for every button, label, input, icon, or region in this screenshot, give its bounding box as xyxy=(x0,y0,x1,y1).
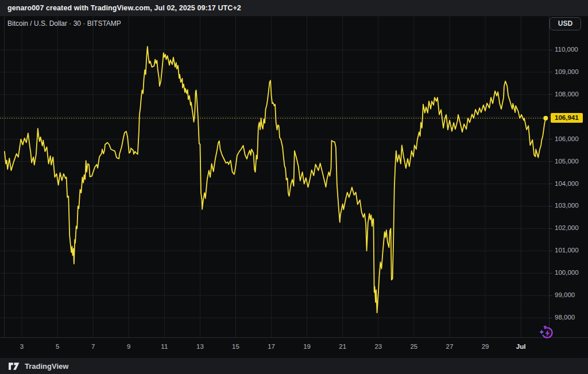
price-axis-tick xyxy=(550,72,552,72)
price-axis-tick xyxy=(550,161,552,162)
time-axis-label: Jul xyxy=(516,343,526,350)
footer-bar: TradingView xyxy=(0,358,588,374)
price-axis-label: 109,000 xyxy=(555,68,579,75)
currency-usd-button[interactable]: USD xyxy=(550,17,581,30)
footer-brand-text[interactable]: TradingView xyxy=(25,362,68,371)
price-axis-label: 98,000 xyxy=(555,314,575,321)
price-axis-tick xyxy=(550,206,552,207)
price-axis-label: 105,000 xyxy=(555,158,579,165)
price-scale[interactable]: 106,941 110,000109,000108,000107,000106,… xyxy=(549,16,588,337)
price-axis-label: 99,000 xyxy=(555,291,575,298)
price-axis-label: 108,000 xyxy=(555,91,579,98)
time-axis-label: 13 xyxy=(196,343,204,350)
price-axis-label: 103,000 xyxy=(555,202,579,209)
current-price-label: 106,941 xyxy=(551,113,583,123)
time-axis-label: 21 xyxy=(339,343,346,350)
price-axis-tick xyxy=(550,184,552,184)
price-axis-label: 106,000 xyxy=(555,135,579,142)
time-axis-label: 23 xyxy=(374,343,382,350)
price-axis-tick xyxy=(550,94,552,95)
time-scale[interactable]: 357911131517192123252729Jul xyxy=(0,337,588,358)
price-axis-label: 101,000 xyxy=(555,247,579,254)
time-axis-label: 19 xyxy=(303,343,311,350)
price-axis-tick xyxy=(550,273,552,274)
price-axis-label: 110,000 xyxy=(555,46,578,53)
time-axis-label: 15 xyxy=(232,343,239,350)
time-axis-label: 9 xyxy=(127,343,130,350)
price-axis-tick xyxy=(550,295,552,296)
price-axis-tick xyxy=(550,318,552,318)
time-axis-label: 7 xyxy=(91,343,95,350)
time-axis-label: 27 xyxy=(446,343,454,350)
price-axis-tick xyxy=(550,251,552,251)
time-axis-label: 11 xyxy=(161,343,168,350)
time-axis-label: 3 xyxy=(20,343,24,350)
time-axis-label: 29 xyxy=(482,343,489,350)
time-axis-label: 25 xyxy=(410,343,417,350)
tradingview-chart-page: { "attribution": { "text": "genaro007 cr… xyxy=(0,0,588,374)
price-axis-label: 104,000 xyxy=(555,180,579,187)
time-axis-label: 17 xyxy=(268,343,275,350)
symbol-title[interactable]: Bitcoin / U.S. Dollar · 30 · BITSTAMP xyxy=(7,20,121,28)
price-axis-tick xyxy=(550,228,552,229)
tradingview-logo[interactable] xyxy=(8,361,20,371)
price-axis-tick xyxy=(550,139,552,139)
price-axis-label: 102,000 xyxy=(555,224,579,231)
ai-lightning-circle-sparkle-icon[interactable] xyxy=(536,322,556,343)
attribution-bar: genaro007 created with TradingView.com, … xyxy=(0,0,588,16)
price-axis-tick xyxy=(550,50,552,50)
price-chart-plot[interactable] xyxy=(0,0,588,374)
time-axis-label: 5 xyxy=(56,343,59,350)
attribution-text: genaro007 created with TradingView.com, … xyxy=(7,4,241,12)
price-axis-label: 100,000 xyxy=(555,269,579,276)
